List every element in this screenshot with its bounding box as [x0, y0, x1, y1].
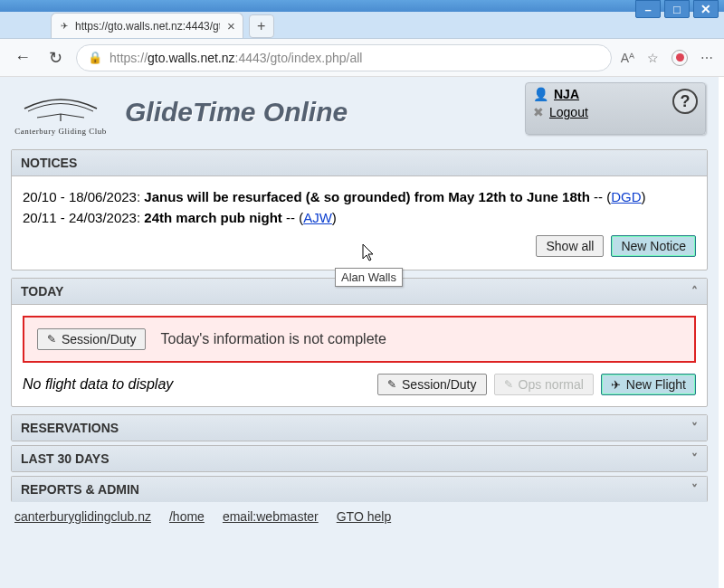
notices-section: NOTICES 20/10 - 18/06/2023: Janus will b…: [11, 149, 708, 270]
address-bar[interactable]: 🔒 https://gto.walls.net.nz:4443/gto/inde…: [76, 44, 612, 71]
window-minimize-button[interactable]: –: [635, 0, 661, 18]
footer-links: canterburyglidingclub.nz /home email:web…: [0, 502, 719, 531]
menu-button[interactable]: ⋯: [700, 51, 713, 65]
chevron-up-icon: ˄: [691, 284, 698, 299]
ops-normal-button: ✎ Ops normal: [494, 374, 594, 395]
window-titlebar: [0, 0, 724, 12]
new-notice-button[interactable]: New Notice: [611, 235, 696, 257]
session-duty-label: Session/Duty: [62, 332, 136, 346]
notices-header[interactable]: NOTICES: [12, 150, 707, 176]
notice-date: 18/06/2023: [69, 189, 137, 204]
last30-header-label: LAST 30 DAYS: [21, 451, 110, 466]
pencil-icon: ✎: [47, 333, 56, 346]
tab-close-icon[interactable]: ×: [227, 18, 235, 33]
refresh-button[interactable]: ↻: [43, 46, 67, 70]
logout-icon: ✖: [533, 105, 544, 119]
notice-text: Janus will be resurfaced (& so grounded)…: [144, 189, 590, 204]
help-button[interactable]: ?: [672, 89, 698, 114]
new-flight-button[interactable]: ✈ New Flight: [601, 374, 696, 395]
today-footer-row: No flight data to display ✎ Session/Duty…: [23, 374, 696, 395]
reader-mode-icon[interactable]: Aᴬ: [621, 51, 634, 65]
notice-author-link[interactable]: DGD: [611, 189, 641, 204]
notice-item: 20/10 - 18/06/2023: Janus will be resurf…: [23, 187, 696, 208]
notices-header-label: NOTICES: [21, 156, 77, 170]
chevron-down-icon: ˅: [691, 482, 698, 497]
club-site-link[interactable]: canterburyglidingclub.nz: [14, 509, 151, 524]
today-section: TODAY ˄ ✎ Session/Duty Today's informati…: [11, 278, 708, 407]
user-panel: 👤 NJA ✖ Logout ?: [525, 82, 706, 135]
session-duty-button-2[interactable]: ✎ Session/Duty: [377, 374, 486, 395]
window-close-button[interactable]: ✕: [693, 0, 719, 18]
reports-header[interactable]: REPORTS & ADMIN ˅: [12, 477, 707, 502]
reservations-header-label: RESERVATIONS: [21, 421, 119, 435]
profile-button[interactable]: [672, 50, 688, 66]
window-maximize-button[interactable]: □: [664, 0, 690, 18]
today-body: ✎ Session/Duty Today's information is no…: [12, 305, 707, 406]
notices-actions: Show all New Notice: [23, 235, 696, 257]
reservations-section: RESERVATIONS ˅: [11, 414, 708, 441]
pencil-icon: ✎: [504, 378, 513, 391]
chevron-down-icon: ˅: [691, 451, 698, 466]
user-initials-link[interactable]: NJA: [554, 87, 579, 101]
last30-header[interactable]: LAST 30 DAYS ˅: [12, 446, 707, 471]
tab-favicon-icon: ✈: [61, 21, 68, 31]
favorites-icon[interactable]: ☆: [647, 51, 659, 65]
chevron-down-icon: ˅: [691, 421, 698, 435]
url-text: https://gto.walls.net.nz:4443/gto/index.…: [110, 51, 362, 65]
today-actions: ✎ Session/Duty ✎ Ops normal ✈ New Flight: [377, 374, 696, 395]
window-controls: – □ ✕: [635, 0, 719, 18]
app-header: Canterbury Gliding Club GlideTime Online…: [0, 77, 719, 146]
no-flight-data-label: No flight data to display: [23, 376, 377, 393]
notice-date: 24/03/2023: [69, 210, 137, 225]
today-warning-box: ✎ Session/Duty Today's information is no…: [23, 316, 696, 363]
toolbar-right-icons: Aᴬ ☆ ⋯: [621, 50, 713, 66]
plane-icon: ✈: [611, 378, 621, 392]
page-content: Canterbury Gliding Club GlideTime Online…: [0, 77, 719, 588]
notice-text: 24th march pub night: [144, 210, 282, 225]
lock-icon: 🔒: [88, 51, 102, 64]
email-link[interactable]: email:webmaster: [223, 509, 319, 524]
reservations-header[interactable]: RESERVATIONS ˅: [12, 415, 707, 441]
browser-tab[interactable]: ✈ https://gto.walls.net.nz:4443/gto/ ×: [51, 13, 243, 38]
new-tab-button[interactable]: +: [249, 14, 274, 38]
home-link[interactable]: /home: [169, 509, 205, 524]
today-header-label: TODAY: [21, 284, 63, 299]
reports-header-label: REPORTS & ADMIN: [21, 482, 139, 497]
session-duty-label: Session/Duty: [402, 377, 476, 392]
today-warning-message: Today's information is not complete: [160, 331, 386, 347]
session-duty-button[interactable]: ✎ Session/Duty: [37, 328, 146, 350]
notice-author-link[interactable]: AJW: [303, 210, 332, 225]
notice-item: 20/11 - 24/03/2023: 24th march pub night…: [23, 208, 696, 229]
logo-caption: Canterbury Gliding Club: [14, 127, 107, 136]
glider-logo-icon: [15, 89, 106, 127]
user-icon: 👤: [533, 87, 548, 101]
back-button[interactable]: ←: [11, 46, 34, 70]
reports-section: REPORTS & ADMIN ˅: [11, 476, 708, 502]
notice-id: 20/10: [23, 189, 57, 204]
author-tooltip: Alan Walls: [335, 268, 403, 287]
logout-link[interactable]: Logout: [549, 105, 588, 119]
profile-avatar-icon: [676, 53, 684, 62]
tab-title: https://gto.walls.net.nz:4443/gto/: [75, 20, 220, 33]
pencil-icon: ✎: [387, 378, 396, 391]
browser-toolbar: ← ↻ 🔒 https://gto.walls.net.nz:4443/gto/…: [0, 39, 724, 77]
ops-normal-label: Ops normal: [519, 377, 584, 392]
club-logo: Canterbury Gliding Club: [11, 84, 110, 140]
last30-section: LAST 30 DAYS ˅: [11, 445, 708, 472]
notice-id: 20/11: [23, 210, 57, 225]
show-all-button[interactable]: Show all: [536, 235, 604, 257]
new-flight-label: New Flight: [626, 377, 686, 392]
notices-body: 20/10 - 18/06/2023: Janus will be resurf…: [12, 176, 707, 270]
help-link[interactable]: GTO help: [337, 509, 391, 524]
browser-tab-strip: ✈ https://gto.walls.net.nz:4443/gto/ × +: [0, 12, 724, 39]
